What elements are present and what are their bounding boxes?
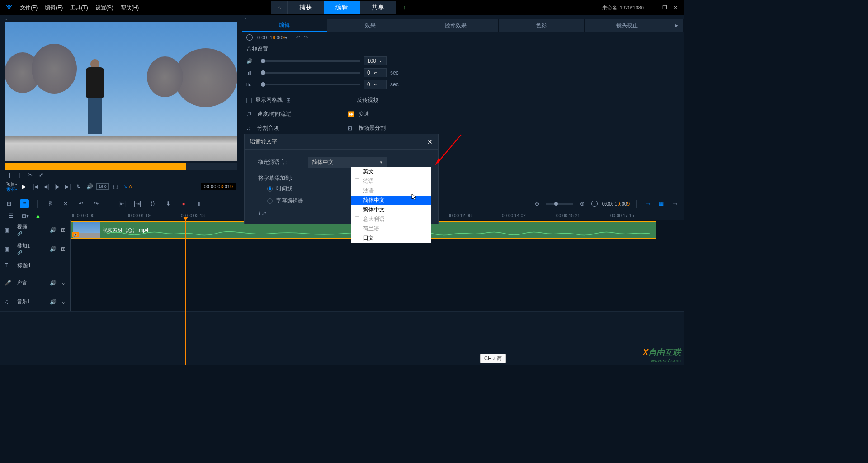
next-frame-button[interactable]: ▶| — [64, 183, 72, 190]
option-split-audio[interactable]: ♫分割音频 — [246, 124, 293, 132]
volume-button[interactable]: 🔊 — [85, 183, 94, 190]
track-lock-icon[interactable]: ⊞ — [61, 227, 66, 233]
list-button[interactable]: ☰ — [6, 213, 15, 219]
undo-button[interactable]: ↶ — [296, 34, 300, 41]
dropdown-traditional-chinese[interactable]: 繁体中文 — [351, 205, 431, 215]
track-mute-icon[interactable]: 🔊 — [50, 299, 57, 305]
edit-tab-edit[interactable]: 编辑 — [242, 19, 327, 32]
expand-button[interactable]: ⤢ — [37, 172, 45, 178]
edit-tab-effects[interactable]: 效果 — [327, 19, 413, 32]
dropdown-simplified-chinese[interactable]: 简体中文 — [351, 196, 431, 205]
mark-out-button[interactable]: ] — [16, 172, 24, 178]
layout-button[interactable]: ▦ — [656, 201, 665, 207]
zoom-slider[interactable] — [546, 203, 573, 205]
resize-button[interactable]: ⬚ — [112, 183, 120, 190]
duplicate-button[interactable]: ⎘ — [46, 201, 55, 207]
track-label: 音乐1 — [17, 298, 30, 305]
undo-tl-button[interactable]: ↶ — [76, 201, 85, 207]
aspect-ratio[interactable]: 16:9 — [96, 183, 109, 190]
option-speed-change[interactable]: ⏩变速 — [348, 110, 386, 118]
tab-share[interactable]: 共享 — [360, 1, 396, 14]
dropdown-italian[interactable]: 意大利语 — [351, 215, 431, 224]
marker-button[interactable]: ⬇ — [164, 201, 173, 207]
option-reverse[interactable]: 反转视频 — [348, 96, 386, 104]
fade-in-slider[interactable] — [261, 72, 360, 74]
upload-icon[interactable]: ↑ — [396, 1, 412, 14]
source-toggle[interactable]: 项目- 素材- — [6, 182, 17, 192]
panel-grip[interactable]: :::::::: — [242, 15, 684, 19]
fade-in-value[interactable]: 0▴▾ — [364, 68, 387, 77]
panel-grip[interactable]: :::::::: — [3, 18, 239, 22]
tab-edit[interactable]: 编辑 — [324, 1, 360, 14]
tab-capture[interactable]: 捕获 — [288, 1, 324, 14]
edit-tab-collapse[interactable]: ▸ — [670, 19, 684, 32]
settings-tl-button[interactable]: ▭ — [670, 201, 679, 207]
close-button[interactable]: ✕ — [671, 4, 680, 11]
minimize-button[interactable]: — — [649, 4, 658, 11]
storyboard-view-button[interactable]: ⊞ — [5, 201, 14, 207]
option-split-scene[interactable]: ⊡按场景分割 — [348, 124, 386, 132]
tracks-empty-area[interactable] — [0, 311, 684, 365]
track-lock-icon[interactable]: ⊞ — [61, 246, 66, 252]
edit-tab-color[interactable]: 色彩 — [499, 19, 584, 32]
dropdown-dutch[interactable]: 荷兰语 — [351, 224, 431, 234]
volume-slider[interactable] — [261, 60, 360, 62]
track-list-button[interactable]: ⊟▾ — [21, 213, 30, 219]
fit-button[interactable]: ▭ — [643, 201, 652, 207]
unit-sec: sec — [390, 81, 401, 88]
trim-button[interactable]: ⟨⟩ — [148, 201, 157, 207]
track-mute-icon[interactable]: 🔊 — [50, 227, 57, 233]
fade-out-slider[interactable] — [261, 84, 360, 85]
fade-in-icon: .ıll — [246, 70, 257, 75]
timeline-view-button[interactable]: ≡ — [20, 199, 29, 208]
dropdown-english[interactable]: 英文 — [351, 167, 431, 177]
skip-end-button[interactable]: |⇥| — [133, 201, 142, 207]
track-mute-icon[interactable]: 🔊 — [50, 246, 57, 252]
menu-help[interactable]: 帮助(H) — [121, 4, 139, 12]
menu-tools[interactable]: 工具(T) — [70, 4, 88, 12]
record-button[interactable]: ● — [179, 201, 188, 207]
zoom-in-button[interactable]: ⊕ — [578, 201, 587, 207]
dropdown-french[interactable]: 法语 — [351, 186, 431, 196]
cut-button[interactable]: ✂ — [26, 172, 34, 178]
mark-in-button[interactable]: [ — [6, 172, 14, 178]
track-collapse-icon[interactable]: ⌄ — [61, 280, 66, 286]
play-button[interactable]: ▶ — [19, 182, 28, 191]
step-fwd-button[interactable]: |▶ — [53, 183, 61, 190]
track-mute-icon[interactable]: 🔊 — [50, 280, 57, 286]
dropdown-japanese[interactable]: 日文 — [351, 234, 431, 243]
track-title-content[interactable] — [71, 258, 684, 273]
loop-button[interactable]: ↻ — [75, 183, 83, 190]
dialog-close-button[interactable]: ✕ — [427, 138, 433, 145]
mixer-button[interactable]: ⫼ — [194, 201, 203, 207]
volume-value[interactable]: 100▴▾ — [364, 56, 387, 65]
preview-scrubber[interactable] — [5, 163, 237, 170]
track-collapse-icon[interactable]: ⌄ — [61, 299, 66, 305]
menu-edit[interactable]: 编辑(E) — [45, 4, 63, 12]
skip-start-button[interactable]: |⇤| — [118, 201, 127, 207]
playhead[interactable] — [185, 220, 186, 365]
edit-tab-face[interactable]: 脸部效果 — [413, 19, 499, 32]
dropdown-german[interactable]: 德语 — [351, 177, 431, 186]
ruler-play-icon[interactable]: ▲ — [35, 213, 41, 219]
fade-out-value[interactable]: 0▴▾ — [364, 80, 387, 89]
redo-button[interactable]: ↷ — [304, 34, 308, 41]
maximize-button[interactable]: ❐ — [660, 4, 669, 11]
va-toggle[interactable]: V A — [124, 184, 132, 189]
menu-file[interactable]: 文件(F) — [20, 4, 38, 12]
menu-settings[interactable]: 设置(S) — [95, 4, 113, 12]
tools-button[interactable]: ✕ — [61, 201, 70, 207]
clock-icon — [591, 201, 598, 207]
step-back-button[interactable]: ◀| — [42, 183, 50, 190]
redo-tl-button[interactable]: ↷ — [92, 201, 101, 207]
track-voice-content[interactable] — [71, 273, 684, 292]
zoom-out-button[interactable]: ⊖ — [533, 201, 542, 207]
text-tool-icon[interactable]: T↗ — [258, 210, 266, 216]
preview-viewport[interactable] — [5, 22, 237, 161]
home-button[interactable]: ⌂ — [271, 1, 288, 14]
track-music-content[interactable] — [71, 292, 684, 311]
prev-frame-button[interactable]: |◀ — [31, 183, 39, 190]
option-show-grid[interactable]: 显示网格线⊞ — [246, 96, 293, 104]
option-speed-flow[interactable]: ⏱速度/时间流逝 — [246, 110, 293, 118]
edit-tab-lens[interactable]: 镜头校正 — [585, 19, 670, 32]
